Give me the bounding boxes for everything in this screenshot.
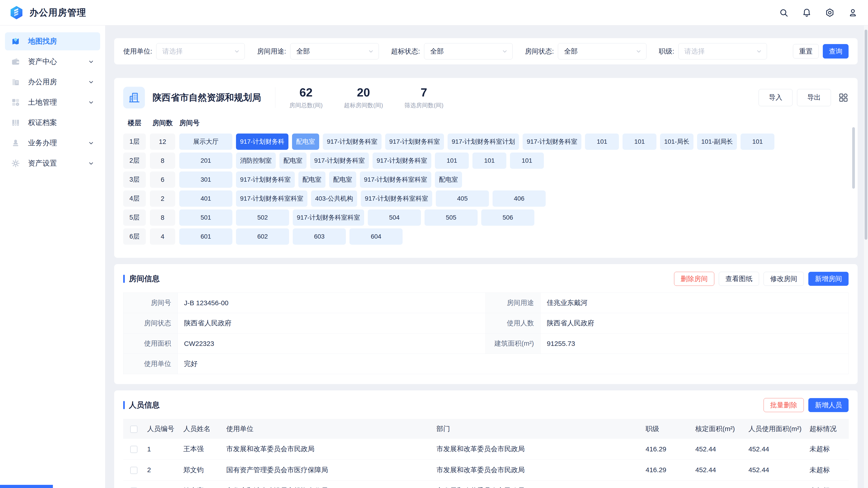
room-chip[interactable]: 917-计划财务科室 — [323, 133, 381, 150]
room-chip[interactable]: 配电室 — [329, 171, 356, 188]
room-chip[interactable]: 917-计划财务科室科室 — [293, 209, 364, 226]
export-button[interactable]: 导出 — [797, 89, 831, 106]
room-chip[interactable]: 917-计划财务科室 — [373, 153, 431, 169]
room-chip[interactable]: 917-计划财务科室 — [385, 133, 444, 150]
sidebar-item-label: 业务办理 — [28, 138, 57, 148]
room-chip[interactable]: 101 — [435, 153, 469, 169]
room-chip[interactable]: 604 — [349, 228, 403, 245]
sidebar-item-7[interactable]: 资产设置 — [5, 154, 100, 172]
room-chip[interactable]: 917-计划财务科室科室 — [361, 191, 432, 207]
room-chip[interactable]: 601 — [179, 228, 232, 245]
room-chip[interactable]: 101-局长 — [660, 133, 693, 150]
room-chip[interactable]: 101 — [585, 133, 619, 150]
room-chip[interactable]: 505 — [425, 209, 477, 226]
floor-room-chips: 301917-计划财务科室配电室配电室917-计划财务科室科室配电室 — [179, 171, 848, 188]
sidebar-item-6[interactable]: 业务办理 — [5, 134, 100, 152]
section-accent-bar — [123, 401, 125, 409]
room-chip[interactable]: 406 — [493, 191, 546, 207]
add-person-button[interactable]: 新增人员 — [808, 398, 848, 412]
user-icon[interactable] — [848, 8, 858, 18]
select-all-checkbox[interactable] — [130, 426, 137, 433]
cell-status: 未超标 — [807, 459, 849, 480]
settings-icon[interactable] — [825, 8, 835, 18]
query-button[interactable]: 查询 — [823, 44, 848, 59]
sidebar-item-2[interactable]: 资产中心 — [5, 53, 100, 71]
room-chip[interactable]: 403-公共机构 — [311, 191, 357, 207]
page-scrollbar — [864, 26, 868, 488]
room-chip[interactable]: 603 — [293, 228, 346, 245]
floor-row-5: 5层8501502917-计划财务科室科室504505506 — [123, 209, 848, 226]
floor-room-count: 6 — [150, 171, 175, 188]
room-chip[interactable]: 917-计划财务科室科室 — [236, 191, 307, 207]
search-icon[interactable] — [779, 8, 788, 18]
room-chip[interactable]: 101 — [510, 153, 544, 169]
view-drawing-button[interactable]: 查看图纸 — [719, 272, 759, 286]
floor-room-count: 8 — [150, 209, 175, 226]
reset-button[interactable]: 重置 — [793, 44, 819, 59]
room-chip[interactable]: 917-计划财务科室 — [523, 133, 581, 150]
room-chip[interactable]: 917-计划财务科 — [236, 133, 288, 150]
filter-select-4[interactable]: 全部 — [558, 43, 647, 59]
room-chip[interactable]: 101 — [622, 133, 656, 150]
sidebar-item-4[interactable]: 土地管理 — [5, 93, 100, 111]
filter-select-2[interactable]: 全部 — [290, 43, 379, 59]
room-chip[interactable]: 配电室 — [435, 171, 462, 188]
col-rank: 职级 — [643, 419, 692, 439]
room-chip[interactable]: 502 — [236, 209, 289, 226]
room-chip[interactable]: 917-计划财务科室 — [236, 171, 295, 188]
chevron-down-icon — [234, 48, 240, 55]
cell-name: 王本强 — [181, 439, 223, 459]
filter-select-1[interactable]: 请选择 — [156, 43, 245, 59]
sidebar-item-5[interactable]: 权证档案 — [5, 113, 100, 132]
room-chip[interactable]: 917-计划财务科室 — [310, 153, 369, 169]
sidebar-item-label: 资产设置 — [28, 158, 57, 168]
room-chip[interactable]: 501 — [179, 209, 232, 226]
cell-rank: 416.29 — [643, 459, 692, 480]
import-button[interactable]: 导入 — [758, 89, 793, 106]
sidebar-collapse-bar[interactable] — [0, 485, 53, 488]
apps-grid-icon[interactable] — [838, 92, 848, 103]
edit-room-button[interactable]: 修改房间 — [764, 272, 804, 286]
room-chip[interactable]: 401 — [179, 191, 232, 207]
room-chip[interactable]: 917-计划财务科室计划 — [447, 133, 519, 150]
room-chip[interactable]: 917-计划财务科室科室 — [360, 171, 431, 188]
room-chip[interactable]: 配电室 — [298, 171, 326, 188]
row-checkbox[interactable] — [130, 446, 137, 453]
floors-grid-header: 楼层 房间数 房间号 — [123, 119, 848, 128]
filter-select-3[interactable]: 全部 — [424, 43, 513, 59]
filter-select-5[interactable]: 请选择 — [678, 43, 767, 59]
floors-scrollbar-thumb[interactable] — [852, 127, 855, 189]
cell-id: 3 — [145, 480, 181, 488]
floor-room-count: 2 — [150, 191, 175, 207]
col-room-count: 房间数 — [150, 119, 175, 128]
room-chip[interactable]: 201 — [179, 153, 232, 169]
room-chip[interactable]: 506 — [481, 209, 534, 226]
page-scrollbar-thumb[interactable] — [865, 30, 867, 240]
filter-group-5: 职级:请选择 — [659, 43, 767, 59]
batch-delete-button[interactable]: 批量删除 — [764, 398, 804, 412]
room-chip[interactable]: 配电室 — [292, 133, 319, 150]
row-checkbox[interactable] — [130, 467, 137, 474]
sidebar-item-3[interactable]: 办公用房 — [5, 73, 100, 91]
chevron-down-icon — [502, 48, 508, 55]
land-icon — [11, 98, 20, 107]
sidebar-item-1[interactable]: 地图找房 — [5, 32, 100, 51]
bell-icon[interactable] — [802, 8, 811, 18]
room-chip[interactable]: 301 — [179, 171, 232, 188]
delete-room-button[interactable]: 删除房间 — [674, 272, 714, 286]
field-label: 使用人数 — [486, 313, 540, 333]
cell-id: 2 — [145, 459, 181, 480]
room-chip[interactable]: 405 — [436, 191, 489, 207]
filter-actions: 重置 查询 — [793, 44, 848, 59]
floor-room-chips: 501502917-计划财务科室科室504505506 — [179, 209, 848, 226]
room-chip[interactable]: 配电室 — [279, 153, 307, 169]
room-chip[interactable]: 消防控制室 — [236, 153, 276, 169]
room-chip[interactable]: 504 — [368, 209, 421, 226]
add-room-button[interactable]: 新增房间 — [808, 272, 848, 286]
room-chip[interactable]: 101-副局长 — [697, 133, 737, 150]
room-chip[interactable]: 602 — [236, 228, 289, 245]
room-chip[interactable]: 101 — [741, 133, 774, 150]
room-chip[interactable]: 101 — [472, 153, 506, 169]
filter-select-value: 全部 — [564, 47, 578, 56]
room-chip[interactable]: 展示大厅 — [179, 133, 232, 150]
